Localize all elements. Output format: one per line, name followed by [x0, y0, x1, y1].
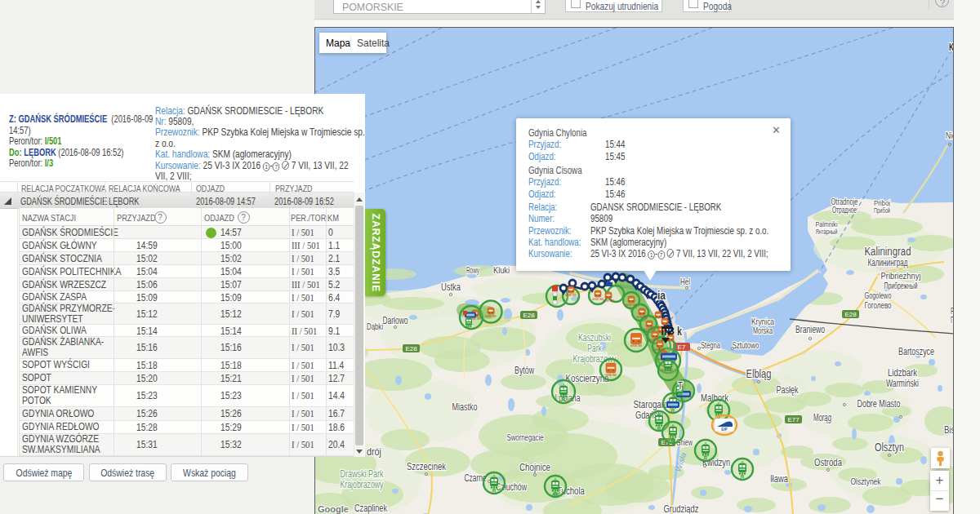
svg-text:SKM 3W: SKM 3W	[630, 344, 643, 348]
svg-text:R: R	[657, 426, 662, 431]
svg-text:R: R	[741, 474, 745, 479]
svg-text:R: R	[671, 437, 675, 442]
svg-text:SKM 3W: SKM 3W	[626, 304, 638, 307]
svg-text:R: R	[562, 397, 566, 401]
svg-text:SKM 3W: SKM 3W	[644, 328, 656, 331]
svg-text:SKM 3W: SKM 3W	[636, 316, 648, 319]
svg-text:3: 3	[669, 326, 675, 337]
svg-text:R: R	[492, 488, 497, 493]
svg-text:T: T	[678, 379, 683, 392]
svg-text:SKM 3W: SKM 3W	[603, 299, 615, 303]
svg-text:k: k	[677, 324, 682, 338]
svg-text:SKM 3W: SKM 3W	[605, 374, 617, 377]
svg-text:ia: ia	[657, 289, 666, 302]
svg-text:SKM 3W: SKM 3W	[565, 294, 577, 297]
svg-text:SKM 3W: SKM 3W	[485, 315, 497, 318]
svg-text:EIP: EIP	[721, 428, 727, 432]
svg-text:AR: AR	[552, 492, 559, 497]
svg-text:R: R	[704, 455, 708, 460]
svg-text:R: R	[671, 408, 675, 413]
